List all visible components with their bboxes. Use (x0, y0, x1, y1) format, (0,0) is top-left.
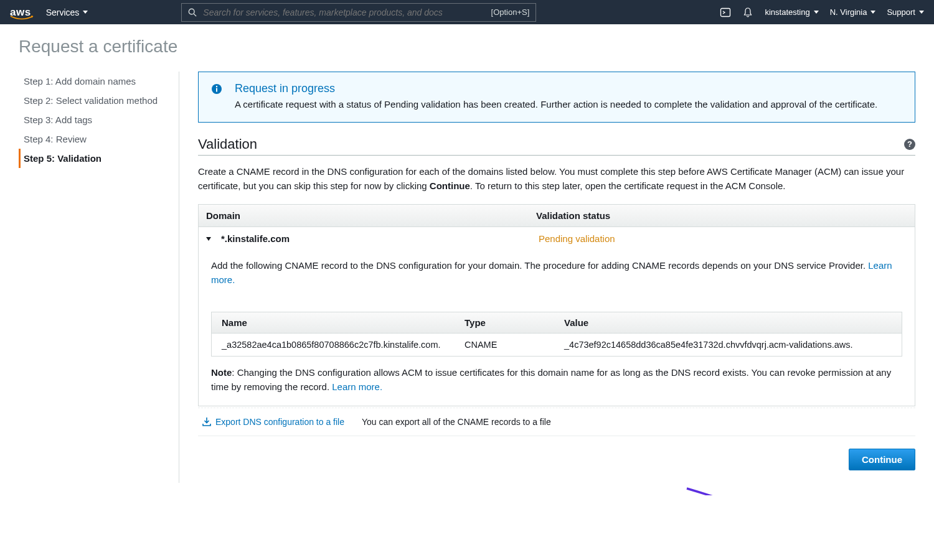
info-icon (211, 83, 222, 112)
top-nav: aws Services [Option+S] kinstatesting N.… (0, 0, 934, 24)
export-link-label: Export DNS configuration to a file (215, 417, 344, 427)
alert-text: A certificate request with a status of P… (235, 98, 877, 112)
cname-table: Name Type Value _a32582ae4ca1b0865f80708… (211, 312, 902, 357)
help-icon[interactable]: ? (904, 139, 915, 150)
col-header-name: Name (222, 317, 465, 328)
step-2-validation-method[interactable]: Step 2: Select validation method (19, 91, 179, 110)
col-header-type: Type (465, 317, 564, 328)
svg-rect-4 (216, 88, 217, 92)
account-label: kinstatesting (765, 7, 809, 17)
export-row: Export DNS configuration to a file You c… (198, 408, 915, 436)
col-header-value: Value (564, 317, 892, 328)
chevron-down-icon (83, 11, 88, 14)
step-5-validation[interactable]: Step 5: Validation (19, 149, 179, 168)
search-input[interactable] (203, 7, 491, 17)
cname-type-value: CNAME (465, 340, 564, 350)
support-label: Support (887, 7, 915, 17)
page-title: Request a certificate (19, 37, 915, 57)
domain-table-header: Domain Validation status (199, 205, 915, 227)
learn-more-link[interactable]: Learn more. (332, 381, 382, 392)
validation-description: Create a CNAME record in the DNS configu… (198, 164, 915, 194)
topbar-right: kinstatesting N. Virginia Support (720, 7, 924, 18)
cname-name-value: _a32582ae4ca1b0865f80708866c2c7fb.kinsta… (222, 340, 465, 350)
support-menu[interactable]: Support (887, 7, 924, 17)
cloudshell-icon[interactable] (720, 7, 731, 18)
validation-header: Validation ? (198, 136, 915, 156)
aws-logo[interactable]: aws (10, 6, 31, 19)
chevron-down-icon (814, 11, 819, 14)
annotation-arrow (684, 485, 802, 495)
domain-row: *.kinstalife.com Pending validation (199, 227, 915, 250)
notifications-icon[interactable] (742, 7, 753, 18)
chevron-down-icon (919, 11, 924, 14)
account-menu[interactable]: kinstatesting (765, 7, 818, 17)
validation-heading: Validation (198, 136, 257, 152)
services-menu[interactable]: Services (46, 7, 88, 17)
continue-button[interactable]: Continue (849, 449, 915, 470)
search-shortcut: [Option+S] (491, 7, 530, 17)
download-icon (202, 417, 212, 427)
svg-point-5 (216, 86, 217, 87)
svg-point-0 (189, 9, 195, 14)
step-4-review[interactable]: Step 4: Review (19, 129, 179, 149)
col-header-status: Validation status (536, 210, 907, 221)
svg-line-1 (194, 14, 197, 16)
aws-smile-icon (10, 16, 34, 21)
dns-note: Note: Changing the DNS configuration all… (199, 365, 915, 406)
export-hint: You can export all of the CNAME records … (362, 417, 551, 427)
wizard-steps: Step 1: Add domain names Step 2: Select … (19, 72, 179, 483)
cname-instructions: Add the following CNAME record to the DN… (211, 259, 902, 287)
alert-title: Request in progress (235, 82, 877, 95)
cname-row: _a32582ae4ca1b0865f80708866c2c7fb.kinsta… (212, 334, 902, 356)
col-header-domain: Domain (206, 210, 536, 221)
search-icon (188, 8, 197, 17)
step-1-domain-names[interactable]: Step 1: Add domain names (19, 72, 179, 91)
step-3-add-tags[interactable]: Step 3: Add tags (19, 110, 179, 129)
domain-status: Pending validation (539, 233, 907, 244)
region-menu[interactable]: N. Virginia (830, 7, 876, 17)
cname-table-header: Name Type Value (212, 312, 902, 334)
chevron-down-icon (870, 11, 875, 14)
cname-value-value: _4c73ef92c14658dd36ca85e4fe31732d.chvvfd… (564, 340, 892, 350)
domain-table: Domain Validation status *.kinstalife.co… (198, 204, 915, 406)
domain-detail-panel: Add the following CNAME record to the DN… (199, 250, 915, 306)
services-label: Services (46, 7, 80, 17)
domain-name: *.kinstalife.com (221, 233, 539, 244)
button-row: Continue (198, 436, 915, 483)
alert-request-in-progress: Request in progress A certificate reques… (198, 72, 915, 123)
region-label: N. Virginia (830, 7, 867, 17)
expand-toggle-icon[interactable] (206, 237, 211, 241)
search-bar[interactable]: [Option+S] (181, 3, 536, 22)
export-dns-link[interactable]: Export DNS configuration to a file (202, 417, 344, 427)
